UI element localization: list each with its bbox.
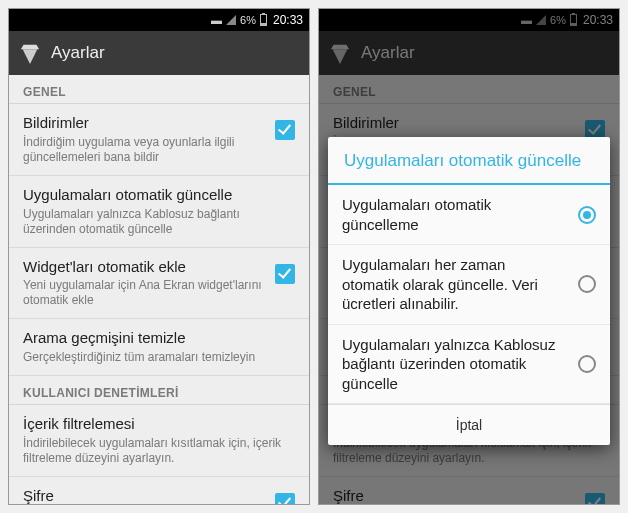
pref-auto-update[interactable]: Uygulamaları otomatik güncelle Uygulamal… bbox=[9, 176, 309, 248]
signal-icon bbox=[226, 15, 236, 25]
screen-dialog-open: ▬ 6% 20:33 Ayarlar GENEL Bildirimler İnd… bbox=[318, 8, 620, 505]
battery-percent: 6% bbox=[240, 14, 256, 26]
checkbox-notifications[interactable] bbox=[275, 120, 295, 140]
radio-indicator[interactable] bbox=[578, 275, 596, 293]
settings-scroll[interactable]: GENEL Bildirimler İndirdiğim uygulama ve… bbox=[9, 75, 309, 504]
pref-clear-search[interactable]: Arama geçmişini temizle Gerçekleştirdiği… bbox=[9, 319, 309, 376]
pref-password[interactable]: Şifre Satın alma işlemlerini kısıtlamak … bbox=[9, 477, 309, 504]
dialog-title: Uygulamaları otomatik güncelle bbox=[328, 137, 610, 185]
pref-auto-add-widgets[interactable]: Widget'ları otomatik ekle Yeni uygulamal… bbox=[9, 248, 309, 320]
checkbox-auto-add-widgets[interactable] bbox=[275, 264, 295, 284]
status-bar: ▬ 6% 20:33 bbox=[9, 9, 309, 31]
pref-title: İçerik filtrelemesi bbox=[23, 415, 295, 434]
network-icon: ▬ bbox=[211, 14, 222, 26]
radio-label: Uygulamaları yalnızca Kablosuz bağlantı … bbox=[342, 335, 566, 394]
radio-indicator[interactable] bbox=[578, 355, 596, 373]
title-bar: Ayarlar bbox=[9, 31, 309, 75]
page-title: Ayarlar bbox=[51, 43, 105, 63]
pref-title: Widget'ları otomatik ekle bbox=[23, 258, 267, 277]
pref-title: Arama geçmişini temizle bbox=[23, 329, 295, 348]
auto-update-dialog: Uygulamaları otomatik güncelle Uygulamal… bbox=[328, 137, 610, 445]
radio-option-wifi-only[interactable]: Uygulamaları yalnızca Kablosuz bağlantı … bbox=[328, 325, 610, 405]
pref-content-filter[interactable]: İçerik filtrelemesi İndirilebilecek uygu… bbox=[9, 405, 309, 477]
pref-summary: İndirdiğim uygulama veya oyunlarla ilgil… bbox=[23, 135, 267, 165]
battery-icon bbox=[260, 14, 267, 26]
pref-summary: İndirilebilecek uygulamaları kısıtlamak … bbox=[23, 436, 295, 466]
radio-option-no-auto-update[interactable]: Uygulamaları otomatik güncelleme bbox=[328, 185, 610, 245]
pref-title: Uygulamaları otomatik güncelle bbox=[23, 186, 295, 205]
pref-title: Bildirimler bbox=[23, 114, 267, 133]
radio-indicator[interactable] bbox=[578, 206, 596, 224]
radio-label: Uygulamaları otomatik güncelleme bbox=[342, 195, 566, 234]
play-store-icon bbox=[19, 42, 41, 64]
pref-notifications[interactable]: Bildirimler İndirdiğim uygulama veya oyu… bbox=[9, 104, 309, 176]
section-general: GENEL bbox=[9, 75, 309, 104]
radio-option-always[interactable]: Uygulamaları her zaman otomatik olarak g… bbox=[328, 245, 610, 325]
checkbox-password[interactable] bbox=[275, 493, 295, 504]
pref-summary: Uygulamaları yalnızca Kablosuz bağlantı … bbox=[23, 207, 295, 237]
section-user-controls: KULLANICI DENETİMLERİ bbox=[9, 376, 309, 405]
radio-label: Uygulamaları her zaman otomatik olarak g… bbox=[342, 255, 566, 314]
cancel-button[interactable]: İptal bbox=[328, 405, 610, 445]
screen-settings-list: ▬ 6% 20:33 Ayarlar GENEL Bildirimler İnd… bbox=[8, 8, 310, 505]
pref-title: Şifre bbox=[23, 487, 267, 504]
pref-summary: Yeni uygulamalar için Ana Ekran widget'l… bbox=[23, 278, 267, 308]
pref-summary: Gerçekleştirdiğiniz tüm aramaları temizl… bbox=[23, 350, 295, 365]
clock: 20:33 bbox=[273, 13, 303, 27]
